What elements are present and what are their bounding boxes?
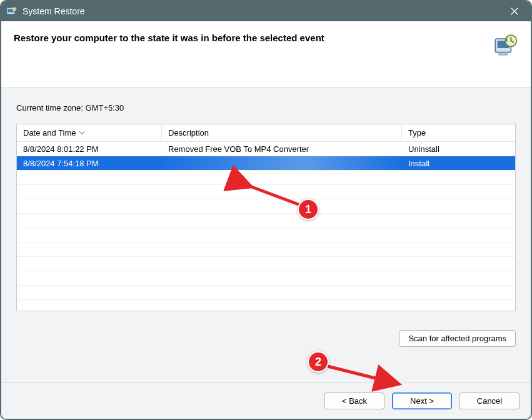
column-header-description[interactable]: Description bbox=[162, 124, 402, 141]
svg-rect-5 bbox=[498, 53, 508, 55]
close-button[interactable] bbox=[503, 4, 526, 19]
cell-type: Install bbox=[402, 159, 515, 168]
table-row-empty bbox=[17, 214, 515, 228]
column-header-description-label: Description bbox=[168, 128, 209, 138]
table-row-empty bbox=[17, 199, 515, 214]
table-row-empty bbox=[17, 257, 515, 271]
scan-row: Scan for affected programs bbox=[16, 330, 516, 347]
table-row-empty bbox=[17, 271, 515, 286]
dialog-body: Current time zone: GMT+5:30 Date and Tim… bbox=[1, 88, 531, 382]
cell-date: 8/8/2024 8:01:22 PM bbox=[17, 144, 162, 154]
table-row-empty bbox=[17, 185, 515, 199]
table-row-empty bbox=[17, 242, 515, 257]
table-row[interactable]: 8/8/2024 8:01:22 PMRemoved Free VOB To M… bbox=[17, 142, 515, 156]
dialog-footer: < Back Next > Cancel bbox=[1, 382, 531, 419]
system-restore-logo-icon bbox=[493, 32, 518, 58]
system-restore-icon bbox=[6, 6, 18, 17]
window-title: System Restore bbox=[23, 6, 503, 16]
cell-date: 8/8/2024 7:54:18 PM bbox=[17, 159, 162, 168]
sort-descending-icon bbox=[79, 128, 85, 138]
next-button[interactable]: Next > bbox=[392, 392, 452, 409]
cell-description bbox=[162, 156, 402, 170]
column-header-date-label: Date and Time bbox=[23, 128, 76, 138]
cell-type: Uninstall bbox=[402, 144, 515, 154]
cancel-button[interactable]: Cancel bbox=[459, 392, 519, 409]
header-band: Restore your computer to the state it wa… bbox=[1, 21, 531, 65]
column-header-type-label: Type bbox=[408, 128, 426, 138]
scan-affected-button[interactable]: Scan for affected programs bbox=[399, 330, 516, 347]
back-button[interactable]: < Back bbox=[324, 392, 384, 409]
close-icon bbox=[510, 7, 519, 16]
page-heading: Restore your computer to the state it wa… bbox=[14, 32, 493, 43]
table-row-empty bbox=[17, 171, 515, 185]
table-body: 8/8/2024 8:01:22 PMRemoved Free VOB To M… bbox=[17, 142, 515, 311]
table-row-empty bbox=[17, 228, 515, 242]
timezone-label: Current time zone: GMT+5:30 bbox=[16, 103, 516, 112]
restore-points-table: Date and Time Description Type 8/8/2024 … bbox=[16, 124, 516, 311]
column-header-type[interactable]: Type bbox=[402, 124, 515, 141]
system-restore-dialog: System Restore Restore your computer to … bbox=[0, 0, 532, 420]
table-row-empty bbox=[17, 300, 515, 311]
table-row-empty bbox=[17, 286, 515, 300]
table-row[interactable]: 8/8/2024 7:54:18 PMInstall bbox=[17, 156, 515, 171]
cell-description: Removed Free VOB To MP4 Converter bbox=[162, 144, 402, 154]
column-header-date[interactable]: Date and Time bbox=[17, 124, 162, 141]
table-header-row: Date and Time Description Type bbox=[17, 124, 515, 142]
titlebar: System Restore bbox=[1, 1, 531, 21]
